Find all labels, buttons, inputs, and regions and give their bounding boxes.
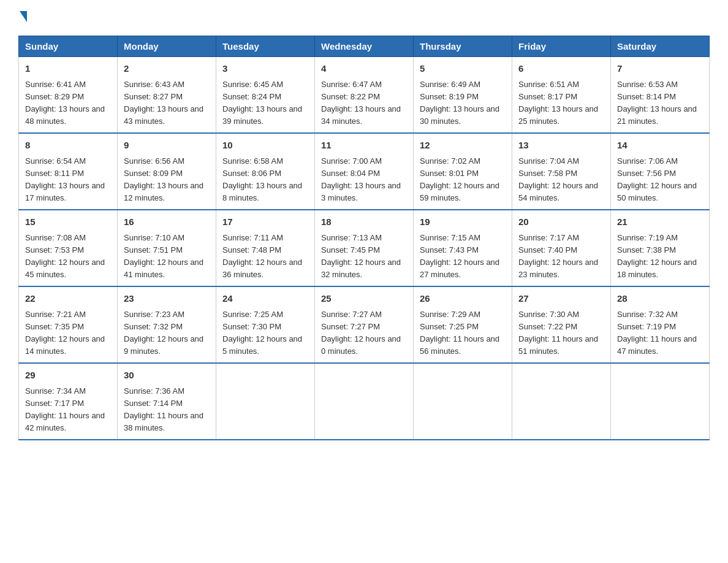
calendar-day-cell: 6 Sunrise: 6:51 AMSunset: 8:17 PMDayligh… xyxy=(512,57,611,134)
day-number: 18 xyxy=(321,215,407,229)
day-info: Sunrise: 7:25 AMSunset: 7:30 PMDaylight:… xyxy=(222,310,302,356)
calendar-day-cell: 27 Sunrise: 7:30 AMSunset: 7:22 PMDaylig… xyxy=(512,286,611,363)
day-number: 2 xyxy=(124,62,210,76)
day-number: 13 xyxy=(518,139,604,153)
day-number: 4 xyxy=(321,62,407,76)
day-info: Sunrise: 7:19 AMSunset: 7:38 PMDaylight:… xyxy=(617,233,697,279)
weekday-header-sunday: Sunday xyxy=(19,36,118,57)
calendar-day-cell xyxy=(611,363,710,440)
calendar-day-cell: 29 Sunrise: 7:34 AMSunset: 7:17 PMDaylig… xyxy=(19,363,118,440)
calendar-day-cell: 22 Sunrise: 7:21 AMSunset: 7:35 PMDaylig… xyxy=(19,286,118,363)
day-number: 8 xyxy=(25,139,111,153)
calendar-week-row: 8 Sunrise: 6:54 AMSunset: 8:11 PMDayligh… xyxy=(19,133,710,210)
day-info: Sunrise: 7:08 AMSunset: 7:53 PMDaylight:… xyxy=(25,233,105,279)
calendar-day-cell xyxy=(315,363,414,440)
day-number: 21 xyxy=(617,215,703,229)
day-info: Sunrise: 6:49 AMSunset: 8:19 PMDaylight:… xyxy=(420,80,499,126)
day-info: Sunrise: 6:54 AMSunset: 8:11 PMDaylight:… xyxy=(25,156,105,202)
day-info: Sunrise: 7:32 AMSunset: 7:19 PMDaylight:… xyxy=(617,310,697,356)
calendar-day-cell xyxy=(512,363,611,440)
day-number: 26 xyxy=(420,292,506,306)
day-info: Sunrise: 7:06 AMSunset: 7:56 PMDaylight:… xyxy=(617,156,697,202)
day-number: 15 xyxy=(25,215,111,229)
weekday-header-thursday: Thursday xyxy=(414,36,512,57)
day-info: Sunrise: 6:45 AMSunset: 8:24 PMDaylight:… xyxy=(222,80,302,126)
calendar-day-cell: 13 Sunrise: 7:04 AMSunset: 7:58 PMDaylig… xyxy=(512,133,611,210)
day-info: Sunrise: 7:21 AMSunset: 7:35 PMDaylight:… xyxy=(25,310,105,356)
day-number: 7 xyxy=(617,62,703,76)
calendar-day-cell: 1 Sunrise: 6:41 AMSunset: 8:29 PMDayligh… xyxy=(19,57,118,134)
day-info: Sunrise: 7:34 AMSunset: 7:17 PMDaylight:… xyxy=(25,386,105,432)
day-number: 20 xyxy=(518,215,604,229)
weekday-header-saturday: Saturday xyxy=(611,36,710,57)
day-info: Sunrise: 7:00 AMSunset: 8:04 PMDaylight:… xyxy=(321,156,401,202)
calendar-day-cell: 20 Sunrise: 7:17 AMSunset: 7:40 PMDaylig… xyxy=(512,210,611,286)
calendar-day-cell: 7 Sunrise: 6:53 AMSunset: 8:14 PMDayligh… xyxy=(611,57,710,134)
day-info: Sunrise: 6:41 AMSunset: 8:29 PMDaylight:… xyxy=(25,80,105,126)
day-info: Sunrise: 6:53 AMSunset: 8:14 PMDaylight:… xyxy=(617,80,697,126)
day-number: 19 xyxy=(420,215,506,229)
calendar-week-row: 22 Sunrise: 7:21 AMSunset: 7:35 PMDaylig… xyxy=(19,286,710,363)
day-number: 11 xyxy=(321,139,407,153)
calendar-day-cell: 24 Sunrise: 7:25 AMSunset: 7:30 PMDaylig… xyxy=(216,286,315,363)
calendar-day-cell: 12 Sunrise: 7:02 AMSunset: 8:01 PMDaylig… xyxy=(414,133,512,210)
day-number: 14 xyxy=(617,139,703,153)
day-number: 27 xyxy=(518,292,604,306)
day-number: 23 xyxy=(124,292,210,306)
calendar-day-cell xyxy=(414,363,512,440)
weekday-header-monday: Monday xyxy=(118,36,216,57)
day-number: 6 xyxy=(518,62,604,76)
day-number: 3 xyxy=(222,62,308,76)
day-info: Sunrise: 7:02 AMSunset: 8:01 PMDaylight:… xyxy=(420,156,499,202)
day-number: 17 xyxy=(222,215,308,229)
calendar-table: SundayMondayTuesdayWednesdayThursdayFrid… xyxy=(18,36,710,440)
day-number: 9 xyxy=(124,139,210,153)
calendar-week-row: 1 Sunrise: 6:41 AMSunset: 8:29 PMDayligh… xyxy=(19,57,710,134)
calendar-day-cell: 30 Sunrise: 7:36 AMSunset: 7:14 PMDaylig… xyxy=(118,363,216,440)
day-info: Sunrise: 7:11 AMSunset: 7:48 PMDaylight:… xyxy=(222,233,302,279)
day-info: Sunrise: 7:15 AMSunset: 7:43 PMDaylight:… xyxy=(420,233,499,279)
day-number: 12 xyxy=(420,139,506,153)
day-number: 16 xyxy=(124,215,210,229)
day-number: 22 xyxy=(25,292,111,306)
calendar-day-cell: 3 Sunrise: 6:45 AMSunset: 8:24 PMDayligh… xyxy=(216,57,315,134)
day-info: Sunrise: 7:04 AMSunset: 7:58 PMDaylight:… xyxy=(518,156,598,202)
day-info: Sunrise: 7:23 AMSunset: 7:32 PMDaylight:… xyxy=(124,310,203,356)
calendar-day-cell: 5 Sunrise: 6:49 AMSunset: 8:19 PMDayligh… xyxy=(414,57,512,134)
calendar-day-cell: 28 Sunrise: 7:32 AMSunset: 7:19 PMDaylig… xyxy=(611,286,710,363)
weekday-header-wednesday: Wednesday xyxy=(315,36,414,57)
day-number: 24 xyxy=(222,292,308,306)
calendar-day-cell: 4 Sunrise: 6:47 AMSunset: 8:22 PMDayligh… xyxy=(315,57,414,134)
logo xyxy=(18,12,27,23)
day-info: Sunrise: 7:36 AMSunset: 7:14 PMDaylight:… xyxy=(124,386,203,432)
day-info: Sunrise: 7:27 AMSunset: 7:27 PMDaylight:… xyxy=(321,310,401,356)
calendar-header-row: SundayMondayTuesdayWednesdayThursdayFrid… xyxy=(19,36,710,57)
day-number: 5 xyxy=(420,62,506,76)
calendar-day-cell: 10 Sunrise: 6:58 AMSunset: 8:06 PMDaylig… xyxy=(216,133,315,210)
calendar-day-cell: 19 Sunrise: 7:15 AMSunset: 7:43 PMDaylig… xyxy=(414,210,512,286)
calendar-day-cell: 16 Sunrise: 7:10 AMSunset: 7:51 PMDaylig… xyxy=(118,210,216,286)
day-number: 10 xyxy=(222,139,308,153)
calendar-day-cell: 9 Sunrise: 6:56 AMSunset: 8:09 PMDayligh… xyxy=(118,133,216,210)
calendar-day-cell: 17 Sunrise: 7:11 AMSunset: 7:48 PMDaylig… xyxy=(216,210,315,286)
day-info: Sunrise: 6:51 AMSunset: 8:17 PMDaylight:… xyxy=(518,80,598,126)
calendar-day-cell xyxy=(216,363,315,440)
calendar-day-cell: 26 Sunrise: 7:29 AMSunset: 7:25 PMDaylig… xyxy=(414,286,512,363)
day-info: Sunrise: 7:30 AMSunset: 7:22 PMDaylight:… xyxy=(518,310,598,356)
day-number: 29 xyxy=(25,369,111,383)
calendar-week-row: 15 Sunrise: 7:08 AMSunset: 7:53 PMDaylig… xyxy=(19,210,710,286)
weekday-header-friday: Friday xyxy=(512,36,611,57)
calendar-day-cell: 2 Sunrise: 6:43 AMSunset: 8:27 PMDayligh… xyxy=(118,57,216,134)
calendar-week-row: 29 Sunrise: 7:34 AMSunset: 7:17 PMDaylig… xyxy=(19,363,710,440)
day-number: 25 xyxy=(321,292,407,306)
day-info: Sunrise: 7:10 AMSunset: 7:51 PMDaylight:… xyxy=(124,233,203,279)
day-info: Sunrise: 7:17 AMSunset: 7:40 PMDaylight:… xyxy=(518,233,598,279)
calendar-day-cell: 15 Sunrise: 7:08 AMSunset: 7:53 PMDaylig… xyxy=(19,210,118,286)
calendar-day-cell: 21 Sunrise: 7:19 AMSunset: 7:38 PMDaylig… xyxy=(611,210,710,286)
day-info: Sunrise: 6:43 AMSunset: 8:27 PMDaylight:… xyxy=(124,80,203,126)
calendar-day-cell: 14 Sunrise: 7:06 AMSunset: 7:56 PMDaylig… xyxy=(611,133,710,210)
calendar-day-cell: 11 Sunrise: 7:00 AMSunset: 8:04 PMDaylig… xyxy=(315,133,414,210)
calendar-day-cell: 25 Sunrise: 7:27 AMSunset: 7:27 PMDaylig… xyxy=(315,286,414,363)
calendar-day-cell: 23 Sunrise: 7:23 AMSunset: 7:32 PMDaylig… xyxy=(118,286,216,363)
day-number: 28 xyxy=(617,292,703,306)
